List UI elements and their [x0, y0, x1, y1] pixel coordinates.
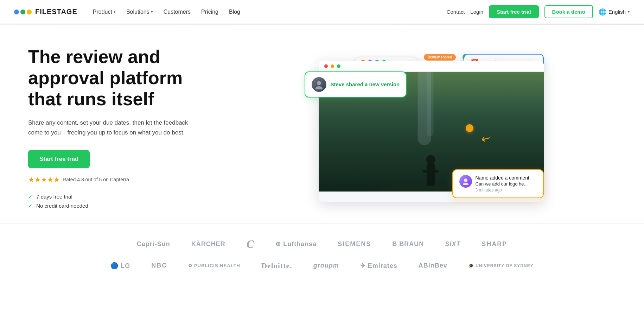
hero-left: The review and approval platform that ru…: [28, 46, 211, 209]
start-free-trial-nav-button[interactable]: Start free trial: [489, 5, 539, 18]
comment-card: Name added a comment Can we add our logo…: [452, 169, 544, 198]
brand-name: FILESTAGE: [35, 8, 77, 16]
dot-green: [20, 10, 25, 14]
svg-point-6: [426, 155, 435, 164]
logo-capri-sun: Capri-Sun: [137, 240, 170, 248]
chevron-down-icon: ▾: [114, 10, 116, 14]
logo-emirates: ✈ Emirates: [360, 262, 397, 270]
nav-customers[interactable]: Customers: [159, 6, 195, 18]
checklist-item: ✓ No credit card needed: [28, 203, 211, 209]
svg-point-9: [315, 86, 323, 89]
logo-siemens: SIEMENS: [338, 240, 371, 248]
rating-row: ★★★★★ Rated 4.8 out of 5 on Capterra: [28, 175, 211, 184]
steve-notification-text: Steve shared a new version: [331, 81, 400, 87]
logo-chicago-bears: C: [247, 238, 254, 251]
nav-blog[interactable]: Blog: [225, 6, 244, 18]
hero-title: The review and approval platform that ru…: [28, 46, 211, 109]
nav-right: Contact Login Start free trial Book a de…: [447, 5, 630, 18]
contact-button[interactable]: Contact: [447, 9, 465, 15]
logo[interactable]: FILESTAGE: [14, 8, 77, 16]
svg-point-8: [317, 81, 321, 85]
comment-content: Name added a comment Can we add our logo…: [476, 175, 529, 193]
comment-time: 3 minutes ago: [476, 188, 529, 193]
steve-avatar-inner: [312, 77, 326, 92]
commenter-avatar: [459, 175, 472, 188]
product-mockup: Review shared ✓ Approve 📅 Due date set: …: [298, 50, 544, 205]
logo-publicis: ✿ PUBLICIS HEALTH: [188, 263, 240, 268]
chevron-down-icon: ▾: [628, 10, 630, 14]
steve-notification-card: Steve shared a new version: [305, 71, 407, 98]
hero-subtitle: Share any content, set your due dates, t…: [28, 118, 197, 137]
svg-rect-5: [427, 163, 435, 186]
hero-section: The review and approval platform that ru…: [0, 25, 644, 223]
logo-lg: 🔵 LG: [110, 262, 130, 270]
globe-icon: 🌐: [599, 8, 606, 16]
comment-author: Name added a comment: [476, 175, 529, 181]
nav-product[interactable]: Product ▾: [89, 6, 120, 18]
logos-section: Capri-Sun KÄRCHER C ⊕ Lufthansa SIEMENS …: [0, 223, 644, 284]
annotation-dot: [466, 124, 473, 132]
svg-point-10: [464, 178, 467, 182]
dot-blue: [14, 10, 19, 14]
nav-links: Product ▾ Solutions ▾ Customers Pricing …: [89, 6, 244, 18]
rating-text: Rated 4.8 out of 5 on Capterra: [63, 177, 129, 182]
logo-dots: [14, 10, 32, 14]
review-shared-badge: Review shared: [424, 54, 455, 61]
logo-sydney: 🎓 UNIVERSITY OF SYDNEY: [468, 263, 534, 268]
hero-right: Review shared ✓ Approve 📅 Due date set: …: [225, 50, 616, 205]
book-demo-button[interactable]: Book a demo: [544, 5, 593, 18]
svg-point-11: [463, 183, 468, 185]
window-minimize-dot: [331, 64, 334, 68]
svg-rect-7: [423, 170, 438, 173]
check-icon: ✓: [28, 203, 33, 209]
window-maximize-dot: [337, 64, 340, 68]
dot-yellow: [27, 10, 32, 14]
logo-groupm: groupm: [313, 262, 339, 269]
logo-abinbev: ABInBev: [419, 262, 447, 269]
login-button[interactable]: Login: [470, 9, 483, 15]
logo-lufthansa: ⊕ Lufthansa: [275, 240, 317, 248]
language-label: English: [608, 9, 626, 15]
nav-pricing[interactable]: Pricing: [197, 6, 223, 18]
commenter-icon: [462, 177, 470, 185]
check-icon: ✓: [28, 194, 33, 200]
checklist: ✓ 7 days free trial ✓ No credit card nee…: [28, 194, 211, 209]
logo-sharp: SHARP: [482, 240, 507, 248]
window-close-dot: [324, 64, 328, 68]
star-rating: ★★★★★: [28, 175, 60, 184]
language-selector[interactable]: 🌐 English ▾: [599, 8, 630, 16]
steve-avatar: [312, 77, 326, 92]
navbar: FILESTAGE Product ▾ Solutions ▾ Customer…: [0, 0, 644, 24]
window-header: [319, 61, 544, 72]
logo-deloitte: Deloitte.: [261, 261, 292, 270]
logo-nbc: NBC: [151, 262, 167, 269]
logo-bbraun: B BRAUN: [392, 240, 424, 248]
person-icon: [314, 80, 324, 89]
checklist-item: ✓ 7 days free trial: [28, 194, 211, 200]
logo-karcher: KÄRCHER: [191, 240, 225, 248]
chevron-down-icon: ▾: [151, 10, 153, 14]
comment-body: Can we add our logo he...: [476, 181, 529, 187]
nav-left: FILESTAGE Product ▾ Solutions ▾ Customer…: [14, 6, 244, 18]
logo-sixt: SIXT: [445, 240, 460, 248]
logos-row-1: Capri-Sun KÄRCHER C ⊕ Lufthansa SIEMENS …: [28, 238, 616, 251]
start-free-trial-hero-button[interactable]: Start free trial: [28, 150, 90, 168]
svg-rect-2: [427, 72, 433, 136]
nav-solutions[interactable]: Solutions ▾: [122, 6, 157, 18]
logos-row-2: 🔵 LG NBC ✿ PUBLICIS HEALTH Deloitte. gro…: [28, 261, 616, 270]
